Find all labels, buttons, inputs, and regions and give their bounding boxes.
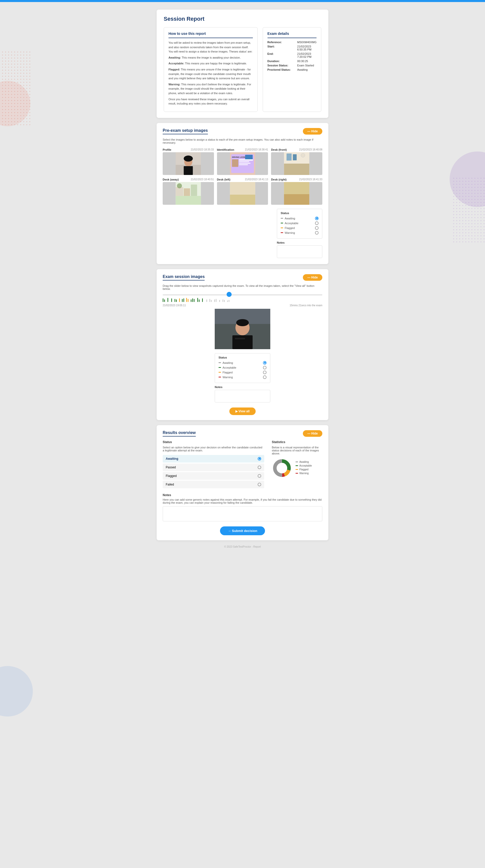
session-status-flagged[interactable]: Flagged bbox=[218, 371, 267, 374]
image-item-desk-left[interactable]: Desk (left) 21/02/2023 18:41:13 bbox=[217, 178, 268, 205]
image-item-desk-right[interactable]: Desk (right) 21/02/2023 18:41:33 bbox=[271, 178, 322, 205]
pre-exam-status-acceptable[interactable]: Acceptable bbox=[281, 221, 319, 225]
session-radio-acceptable[interactable] bbox=[263, 366, 267, 369]
pre-exam-notes-input[interactable] bbox=[277, 245, 322, 258]
pre-exam-desc: Select the images below to assign a stat… bbox=[163, 138, 322, 144]
results-left: Status Select an option below to give yo… bbox=[163, 440, 264, 489]
result-passed-row[interactable]: Passed bbox=[163, 464, 264, 471]
results-hide-button[interactable]: — Hide bbox=[303, 430, 322, 437]
session-flagged-indicator bbox=[218, 372, 221, 373]
svg-rect-24 bbox=[184, 188, 190, 196]
exam-details-title: Exam details bbox=[268, 32, 316, 38]
detail-start: Start: 21/02/2023 6:50:35 PM bbox=[268, 45, 316, 51]
status-awaiting-desc: Awaiting: This means the image is awaiti… bbox=[169, 56, 253, 60]
session-radio-warning[interactable] bbox=[263, 375, 267, 379]
svg-rect-3 bbox=[184, 166, 193, 175]
legend-flagged: Flagged bbox=[296, 468, 312, 471]
radio-acceptable[interactable] bbox=[315, 221, 319, 225]
svg-rect-18 bbox=[293, 154, 297, 160]
radio-warning[interactable] bbox=[315, 231, 319, 235]
result-radio-passed[interactable] bbox=[257, 466, 261, 469]
timeline-track[interactable] bbox=[163, 294, 322, 296]
image-desk-right[interactable] bbox=[271, 182, 322, 205]
results-notes-input[interactable] bbox=[163, 506, 322, 521]
result-radio-awaiting[interactable] bbox=[257, 457, 261, 461]
deco-circle-blue bbox=[0, 666, 33, 716]
pre-exam-status-awaiting[interactable]: Awaiting bbox=[281, 217, 319, 220]
image-desk-away[interactable] bbox=[163, 182, 214, 205]
how-to-use-outro: Once you have reviewed these images, you… bbox=[169, 97, 253, 106]
id-card-svg: DRIVING LICENCE bbox=[217, 152, 268, 175]
pre-exam-section: Pre-exam setup images — Hide Select the … bbox=[157, 123, 328, 264]
deco-circle-purple bbox=[450, 152, 485, 207]
session-warning-indicator bbox=[218, 377, 221, 377]
session-radio-flagged[interactable] bbox=[263, 371, 267, 374]
image-item-identification[interactable]: Identification 21/02/2023 18:38:41 DRIVI… bbox=[217, 148, 268, 175]
desk-front-svg bbox=[271, 152, 322, 175]
image-desk-front[interactable] bbox=[271, 152, 322, 175]
session-status-warning[interactable]: Warning bbox=[218, 375, 267, 379]
how-to-use-title: How to use this report bbox=[169, 32, 253, 38]
image-identification[interactable]: DRIVING LICENCE bbox=[217, 152, 268, 175]
acceptable-indicator bbox=[281, 223, 283, 223]
snapshot-image bbox=[215, 309, 270, 349]
timeline-thumb[interactable] bbox=[226, 292, 232, 297]
svg-rect-27 bbox=[230, 195, 255, 205]
svg-rect-35 bbox=[233, 335, 252, 349]
pre-exam-status-flagged[interactable]: Flagged bbox=[281, 226, 319, 230]
svg-rect-23 bbox=[176, 187, 183, 196]
results-right: Statistics Below is a visual representat… bbox=[272, 440, 322, 489]
result-radio-flagged[interactable] bbox=[257, 474, 261, 478]
image-item-profile[interactable]: Profile 21/02/2023 18:35:33 bbox=[163, 148, 214, 175]
desk-away-svg bbox=[163, 182, 214, 205]
pre-exam-hide-button[interactable]: — Hide bbox=[303, 128, 322, 134]
donut-container: Awaiting Acceptable Flagged Warning bbox=[272, 458, 322, 478]
session-status-acceptable[interactable]: Acceptable bbox=[218, 366, 267, 369]
footer-text: © 2023 SafeTestProctor - Report bbox=[157, 545, 328, 548]
exam-session-hide-button[interactable]: — Hide bbox=[303, 274, 322, 281]
session-radio-awaiting[interactable] bbox=[263, 361, 267, 365]
result-radio-failed[interactable] bbox=[257, 483, 261, 486]
donut-chart bbox=[272, 458, 292, 478]
snapshot-svg bbox=[215, 309, 270, 349]
timeline-container[interactable] bbox=[163, 294, 322, 302]
svg-rect-22 bbox=[191, 185, 197, 196]
result-failed-row[interactable]: Failed bbox=[163, 481, 264, 488]
legend-warning: Warning bbox=[296, 472, 312, 475]
svg-point-36 bbox=[236, 319, 249, 326]
pre-exam-status-warning[interactable]: Warning bbox=[281, 231, 319, 235]
radio-awaiting[interactable] bbox=[315, 217, 319, 220]
result-awaiting-row[interactable]: Awaiting bbox=[163, 455, 264, 463]
session-status-awaiting[interactable]: Awaiting bbox=[218, 361, 267, 365]
image-desk-left[interactable] bbox=[217, 182, 268, 205]
submit-decision-button[interactable]: → Submit decision bbox=[220, 526, 265, 535]
svg-rect-17 bbox=[287, 154, 292, 161]
exam-details-box: Exam details Reference: MS0XM40XMG Start… bbox=[263, 27, 321, 112]
svg-rect-13 bbox=[239, 164, 248, 165]
result-flagged-row[interactable]: Flagged bbox=[163, 472, 264, 480]
pre-exam-header: Pre-exam setup images — Hide bbox=[163, 128, 322, 134]
view-all-button[interactable]: ▶ View all bbox=[230, 407, 255, 415]
radio-flagged[interactable] bbox=[315, 226, 319, 230]
exam-session-section: Exam session images — Hide Drag the slid… bbox=[157, 269, 328, 420]
deco-circle-pink bbox=[0, 81, 30, 126]
image-item-desk-front[interactable]: Desk (front) 21/02/2023 18:40:08 bbox=[271, 148, 322, 175]
svg-point-43 bbox=[277, 464, 286, 473]
image-item-desk-away[interactable]: Desk (away) 21/02/2023 18:40:51 bbox=[163, 178, 214, 205]
svg-rect-37 bbox=[235, 338, 245, 339]
deco-dots-purple bbox=[452, 177, 485, 242]
pre-exam-status-panel: Status Awaiting Acceptable bbox=[277, 209, 322, 259]
deco-dots-pink bbox=[0, 51, 30, 126]
pre-exam-title: Pre-exam setup images bbox=[163, 128, 208, 134]
svg-rect-8 bbox=[245, 155, 252, 160]
how-to-use-box: How to use this report You will be asked… bbox=[164, 27, 257, 112]
session-notes-input[interactable] bbox=[215, 390, 270, 402]
page-title: Session Report bbox=[164, 16, 321, 22]
detail-proctored-status: Proctored Status: Awaiting bbox=[268, 68, 316, 71]
svg-rect-10 bbox=[239, 159, 253, 161]
info-row: How to use this report You will be asked… bbox=[164, 27, 321, 112]
legend-awaiting: Awaiting bbox=[296, 461, 312, 463]
svg-point-25 bbox=[177, 183, 182, 188]
svg-rect-31 bbox=[284, 182, 309, 194]
image-profile[interactable] bbox=[163, 152, 214, 175]
